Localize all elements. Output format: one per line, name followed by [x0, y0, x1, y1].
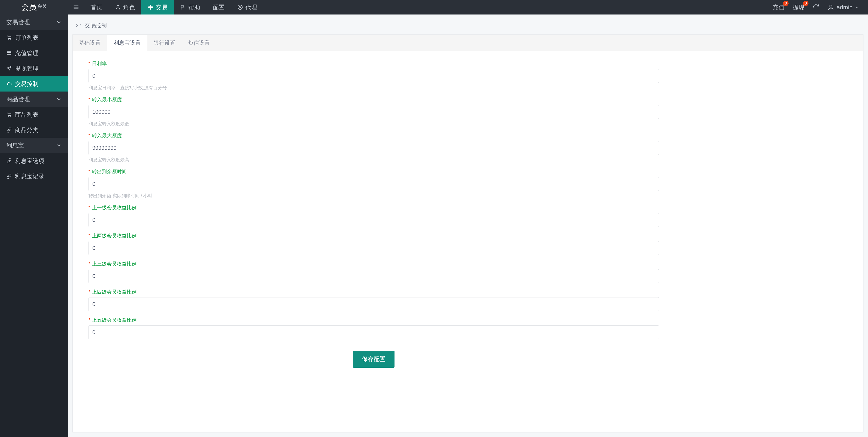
daily-rate-input[interactable]	[89, 69, 659, 83]
field-hint: 转出到余额,实际到账时间 / 小时	[89, 193, 659, 199]
svg-point-7	[830, 5, 832, 7]
withdraw-label: 提现	[793, 3, 804, 11]
svg-point-8	[8, 39, 9, 40]
sidebar-item-label: 商品列表	[15, 111, 38, 119]
withdraw-badge: 0	[803, 1, 808, 6]
chevron-down-icon	[56, 96, 62, 102]
username: admin	[837, 4, 852, 11]
nav-label: 角色	[123, 3, 135, 11]
sidebar-item-product-list[interactable]: 商品列表	[0, 107, 68, 122]
tab-label: 银行设置	[154, 40, 176, 46]
plane-icon	[6, 66, 12, 71]
field-level4-ratio: *上四级会员收益比例	[89, 289, 659, 311]
refresh-icon	[812, 4, 819, 11]
sidebar-item-label: 交易控制	[15, 80, 38, 88]
sidebar-item-label: 商品分类	[15, 126, 38, 134]
field-label: *上一级会员收益比例	[89, 204, 659, 211]
field-label: *上四级会员收益比例	[89, 289, 659, 295]
tab-interest[interactable]: 利息宝设置	[107, 35, 147, 51]
field-min-deposit: *转入最小额度 利息宝转入额度最低	[89, 96, 659, 127]
sidebar-item-interest-options[interactable]: 利息宝选项	[0, 153, 68, 169]
user-icon	[115, 4, 121, 10]
nav-trade[interactable]: 交易	[141, 0, 174, 14]
field-hint: 利息宝转入额度最高	[89, 157, 659, 163]
level3-ratio-input[interactable]	[89, 269, 659, 283]
cloud-icon	[6, 81, 12, 87]
sidebar-item-interest-records[interactable]: 利息宝记录	[0, 169, 68, 184]
field-daily-rate: *日利率 利息宝日利率，直接写小数,没有百分号	[89, 60, 659, 91]
top-nav: 首页 角色 交易 帮助 配置 代理	[84, 0, 264, 14]
withdraw-link[interactable]: 提现 0	[793, 3, 804, 11]
level2-ratio-input[interactable]	[89, 241, 659, 255]
scale-icon	[148, 4, 153, 10]
menu-icon	[73, 4, 79, 10]
svg-point-6	[240, 6, 241, 7]
nav-home[interactable]: 首页	[84, 0, 108, 14]
field-label: *上五级会员收益比例	[89, 317, 659, 323]
field-hint: 利息宝日利率，直接写小数,没有百分号	[89, 85, 659, 91]
chevron-down-icon	[56, 20, 62, 25]
nav-label: 帮助	[188, 3, 200, 11]
tab-sms[interactable]: 短信设置	[182, 35, 216, 51]
nav-help[interactable]: 帮助	[174, 0, 207, 14]
submit-row: 保存配置	[89, 351, 659, 368]
svg-point-3	[117, 5, 119, 7]
recharge-label: 充值	[773, 3, 784, 11]
logo: 会员 会员	[0, 2, 68, 12]
tab-label: 利息宝设置	[114, 40, 141, 46]
level5-ratio-input[interactable]	[89, 325, 659, 339]
sidebar-group-label: 利息宝	[6, 142, 24, 149]
breadcrumb-current: 交易控制	[85, 22, 107, 29]
link-icon	[6, 174, 12, 179]
tab-bank[interactable]: 银行设置	[147, 35, 182, 51]
sidebar-toggle[interactable]	[68, 4, 84, 10]
logo-sup: 会员	[38, 3, 46, 9]
nav-label: 交易	[156, 3, 167, 11]
sidebar-item-label: 提现管理	[15, 64, 38, 72]
link-icon	[6, 158, 12, 164]
main-panel: 基础设置 利息宝设置 银行设置 短信设置 *日利率 利息宝日利率，直接写小数,没…	[72, 34, 864, 433]
tab-label: 基础设置	[79, 40, 101, 46]
link-icon	[6, 127, 12, 133]
recharge-link[interactable]: 充值 0	[773, 3, 784, 11]
user-menu[interactable]: admin	[828, 4, 859, 11]
field-level3-ratio: *上三级会员收益比例	[89, 261, 659, 283]
sidebar-item-trade-control[interactable]: 交易控制	[0, 76, 68, 91]
sidebar-group-trade[interactable]: 交易管理	[0, 14, 68, 30]
tab-basic[interactable]: 基础设置	[73, 35, 107, 51]
transfer-time-input[interactable]	[89, 177, 659, 191]
sidebar-item-product-category[interactable]: 商品分类	[0, 122, 68, 138]
field-transfer-time: *转出到余额时间 转出到余额,实际到账时间 / 小时	[89, 168, 659, 199]
chevron-down-icon	[56, 143, 62, 148]
breadcrumb: 交易控制	[72, 19, 864, 34]
sidebar-item-label: 利息宝记录	[15, 172, 44, 180]
min-deposit-input[interactable]	[89, 105, 659, 119]
nav-label: 代理	[245, 3, 257, 11]
sidebar-item-label: 充值管理	[15, 49, 38, 57]
sidebar-item-orders[interactable]: 订单列表	[0, 30, 68, 45]
sidebar-item-label: 订单列表	[15, 34, 38, 42]
chevron-down-icon	[855, 5, 859, 9]
level1-ratio-input[interactable]	[89, 213, 659, 227]
nav-config[interactable]: 配置	[207, 0, 231, 14]
sidebar-group-products[interactable]: 商品管理	[0, 91, 68, 107]
field-level1-ratio: *上一级会员收益比例	[89, 204, 659, 227]
sidebar-group-interest[interactable]: 利息宝	[0, 138, 68, 153]
chevron-right-icon	[78, 23, 83, 28]
field-label: *转入最小额度	[89, 96, 659, 103]
sidebar-item-recharge[interactable]: 充值管理	[0, 45, 68, 61]
user-icon	[828, 4, 834, 11]
sidebar-item-withdraw[interactable]: 提现管理	[0, 61, 68, 76]
max-deposit-input[interactable]	[89, 141, 659, 155]
field-label: *转入最大额度	[89, 132, 659, 139]
nav-role[interactable]: 角色	[108, 0, 141, 14]
svg-point-9	[10, 39, 11, 40]
level4-ratio-input[interactable]	[89, 297, 659, 311]
refresh-button[interactable]	[812, 4, 819, 11]
cart-icon	[6, 112, 12, 117]
save-button[interactable]: 保存配置	[353, 351, 395, 368]
cart-icon	[6, 35, 12, 40]
field-hint: 利息宝转入额度最低	[89, 121, 659, 127]
nav-agent[interactable]: 代理	[231, 0, 264, 14]
nav-label: 配置	[213, 3, 224, 11]
